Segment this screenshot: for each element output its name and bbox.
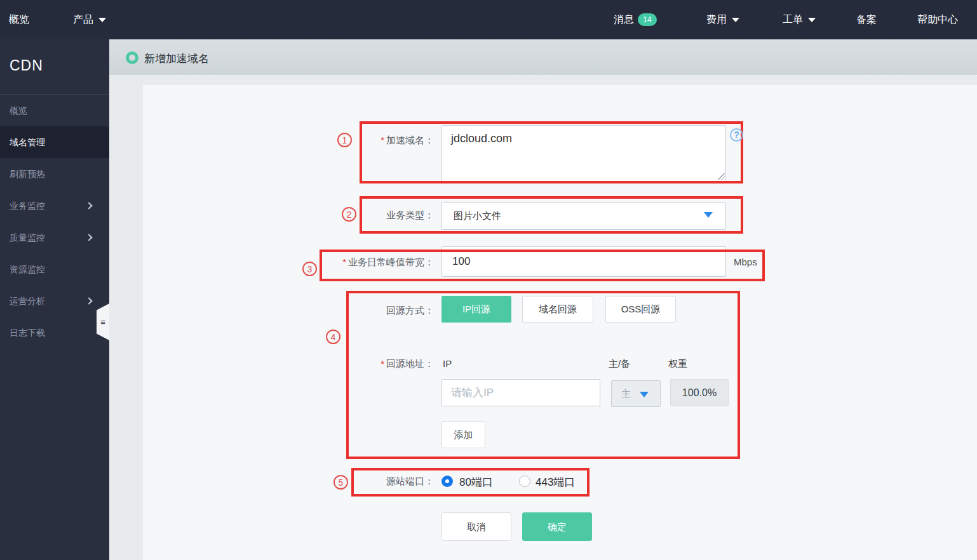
port-443-radio[interactable] [519,476,530,487]
sidebar-item-3[interactable]: 业务监控 [0,190,109,222]
nav-messages[interactable]: 消息 14 [614,0,657,39]
origin-method-domain-button[interactable]: 域名回源 [522,296,593,323]
sidebar-item-label: 质量监控 [10,232,45,243]
confirm-button[interactable]: 确定 [522,512,592,541]
sidebar-item-5[interactable]: 资源监控 [0,253,109,285]
dropdown-arrow-icon[interactable] [704,212,713,218]
bandwidth-label: *业务日常峰值带宽： [300,257,434,269]
business-type-label: 业务类型： [300,210,434,222]
help-icon[interactable]: ? [730,128,743,142]
sidebar-item-2[interactable]: 刷新预热 [0,158,109,190]
chevron-down-icon [808,18,816,22]
chevron-right-icon [85,297,92,304]
origin-method-label: 回源方式： [300,305,434,317]
sidebar-item-label: 概览 [10,105,27,116]
domain-textarea[interactable]: jdcloud.com [441,125,726,182]
chevron-down-icon [98,18,106,22]
annotation-number-1: 1 [337,133,352,147]
nav-products-menu[interactable]: 产品 [73,0,106,39]
sidebar: CDN 概览域名管理刷新预热业务监控质量监控资源监控运营分析日志下载 ≡ [0,39,109,560]
origin-weight-column-header: 权重 [668,358,687,370]
sidebar-menu: 概览域名管理刷新预热业务监控质量监控资源监控运营分析日志下载 [0,95,109,349]
origin-weight-value: 100.0% [670,379,729,406]
nav-filing[interactable]: 备案 [856,0,877,39]
primary-backup-select[interactable]: 主 [611,380,661,407]
required-asterisk: * [381,358,384,369]
dropdown-arrow-icon [640,392,649,397]
sidebar-item-label: 日志下载 [10,328,45,338]
sidebar-item-7[interactable]: 日志下载 [0,317,109,349]
sidebar-item-label: 域名管理 [10,137,45,147]
add-origin-button[interactable]: 添加 [441,421,485,448]
nav-tickets-menu[interactable]: 工单 [783,0,816,39]
business-type-value: 图片小文件 [454,210,501,221]
port-80-radio[interactable] [441,476,453,487]
chevron-right-icon [85,202,92,209]
port-80-radio-label[interactable]: 80端口 [459,475,493,490]
bandwidth-unit: Mbps [734,257,757,267]
message-count-badge: 14 [638,13,657,26]
page-title: 新增加速域名 [144,51,209,66]
sidebar-item-4[interactable]: 质量监控 [0,222,109,253]
origin-method-oss-button[interactable]: OSS回源 [605,296,676,323]
sidebar-item-label: 业务监控 [10,201,45,211]
required-asterisk: * [381,135,384,145]
domain-field-label: *加速域名： [300,135,434,147]
annotation-number-4: 4 [326,330,340,344]
sidebar-item-label: 刷新预热 [10,169,45,179]
annotation-number-5: 5 [334,475,348,490]
required-asterisk: * [342,257,346,267]
origin-ip-column-header: IP [443,358,452,369]
origin-port-label: 源站端口： [300,476,434,488]
sidebar-item-label: 资源监控 [10,264,45,274]
nav-help-center[interactable]: 帮助中心 [917,0,958,39]
nav-overview[interactable]: 概览 [9,0,29,39]
sidebar-item-0[interactable]: 概览 [0,95,109,126]
sidebar-product-title: CDN [10,57,43,74]
sidebar-item-label: 运营分析 [10,296,45,306]
annotation-number-3: 3 [302,262,317,276]
cancel-button[interactable]: 取消 [441,512,511,541]
jdcloud-cdn-console: 概览 产品 消息 14 费用 工单 备案 帮助中心 CDN 概览域名管理刷新预热… [0,0,977,560]
origin-address-label: *回源地址： [300,358,434,370]
origin-ip-input[interactable] [441,379,600,406]
bandwidth-input[interactable] [441,246,726,277]
port-443-radio-label[interactable]: 443端口 [536,475,575,490]
page-title-ring-icon [126,51,138,64]
chevron-down-icon [732,18,739,22]
nav-billing-menu[interactable]: 费用 [706,0,739,39]
sidebar-item-6[interactable]: 运营分析 [0,285,109,317]
collapse-icon: ≡ [100,318,105,326]
textarea-resize-grip-icon[interactable] [718,173,725,180]
origin-primary-column-header: 主/备 [609,358,630,370]
page-header-band: 新增加速域名 [109,39,977,76]
chevron-right-icon [85,234,92,241]
primary-backup-value: 主 [621,388,631,400]
annotation-number-2: 2 [342,207,356,222]
top-navigation-bar: 概览 产品 消息 14 费用 工单 备案 帮助中心 [0,0,977,39]
sidebar-item-1[interactable]: 域名管理 [0,126,109,158]
business-type-select[interactable]: 图片小文件 [441,202,726,230]
origin-method-ip-button[interactable]: IP回源 [441,296,511,323]
